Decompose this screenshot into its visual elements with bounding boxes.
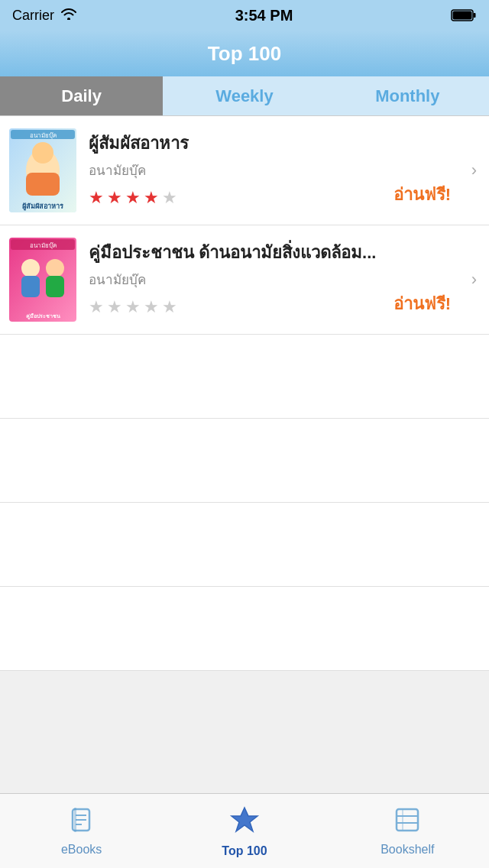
star-2-3: ★ [125, 297, 141, 317]
star-1-1: ★ [89, 188, 104, 208]
star-1-3: ★ [125, 188, 141, 208]
svg-text:คู่มือประชาชน: คู่มือประชาชน [26, 313, 60, 319]
bottom-tab-bookshelf[interactable]: Bookshelf [327, 806, 488, 857]
top100-icon [229, 805, 260, 841]
status-right [451, 8, 477, 22]
carrier-label: Carrier [12, 8, 54, 24]
svg-rect-7 [26, 173, 60, 196]
book-free-label-1: อ่านฟรี! [393, 181, 451, 208]
svg-point-14 [46, 259, 64, 277]
chevron-icon-2: › [471, 270, 477, 290]
nav-title: Top 100 [208, 42, 281, 66]
svg-rect-13 [21, 276, 40, 297]
navigation-bar: Top 100 [0, 31, 489, 76]
svg-rect-15 [46, 276, 64, 297]
book-list: ผู้สัมผัสอาหาร อนามัยบุ๊ค ผู้สัมผัสอาหาร… [0, 116, 489, 671]
svg-rect-25 [397, 809, 418, 831]
ebooks-icon [68, 806, 96, 840]
star-1-2: ★ [107, 188, 122, 208]
bottom-tab-ebooks[interactable]: eBooks [1, 806, 162, 857]
bookshelf-label: Bookshelf [381, 843, 434, 857]
svg-text:อนามัยบุ๊ค: อนามัยบุ๊ค [30, 131, 57, 139]
star-1-4: ★ [144, 188, 159, 208]
empty-row-4 [0, 587, 489, 671]
book-item-2[interactable]: คู่มือประชาชน อนามัยบุ๊ค คู่มือประชาชน ด… [0, 225, 489, 335]
svg-rect-11 [9, 238, 76, 322]
svg-point-12 [21, 259, 40, 277]
empty-row-1 [0, 335, 489, 419]
tab-monthly[interactable]: Monthly [326, 76, 489, 115]
wifi-icon [60, 8, 77, 24]
tab-daily[interactable]: Daily [0, 76, 163, 115]
bookshelf-icon [393, 806, 421, 840]
bottom-tab-top100[interactable]: Top 100 [164, 805, 325, 858]
book-cover-2: คู่มือประชาชน อนามัยบุ๊ค [9, 238, 76, 322]
svg-rect-2 [452, 11, 471, 20]
star-2-2: ★ [107, 297, 122, 317]
svg-rect-1 [473, 13, 475, 18]
battery-icon [451, 8, 477, 22]
empty-row-2 [0, 419, 489, 503]
time-label: 3:54 PM [235, 7, 293, 24]
svg-rect-23 [74, 808, 76, 832]
empty-row-3 [0, 503, 489, 587]
chevron-icon-1: › [471, 160, 477, 180]
star-2-4: ★ [144, 297, 159, 317]
segment-control[interactable]: Daily Weekly Monthly [0, 76, 489, 116]
star-2-1: ★ [89, 297, 104, 317]
svg-text:อนามัยบุ๊ค: อนามัยบุ๊ค [30, 241, 57, 249]
book-free-label-2: อ่านฟรี! [393, 290, 451, 317]
book-publisher-1: อนามัยบุ๊ค [89, 160, 480, 180]
book-item-1[interactable]: ผู้สัมผัสอาหาร อนามัยบุ๊ค ผู้สัมผัสอาหาร… [0, 116, 489, 225]
bottom-tab-bar: eBooks Top 100 Bookshelf [0, 793, 489, 868]
status-bar: Carrier 3:54 PM [0, 0, 489, 31]
tab-weekly[interactable]: Weekly [163, 76, 325, 115]
ebooks-label: eBooks [61, 843, 102, 857]
book-publisher-2: อนามัยบุ๊ค [89, 269, 480, 290]
svg-point-6 [32, 142, 53, 164]
book-title-1: ผู้สัมผัสอาหาร [89, 133, 480, 155]
svg-marker-24 [232, 808, 257, 831]
status-left: Carrier [12, 8, 77, 24]
star-1-5: ★ [162, 188, 177, 208]
star-2-5: ★ [162, 297, 177, 317]
top100-label: Top 100 [222, 844, 267, 858]
book-cover-1: ผู้สัมผัสอาหาร อนามัยบุ๊ค [9, 128, 76, 212]
book-title-2: คู่มือประชาชน ด้านอนามัยสิ่งแวดล้อม... [89, 242, 480, 264]
svg-text:ผู้สัมผัสอาหาร: ผู้สัมผัสอาหาร [22, 202, 64, 211]
